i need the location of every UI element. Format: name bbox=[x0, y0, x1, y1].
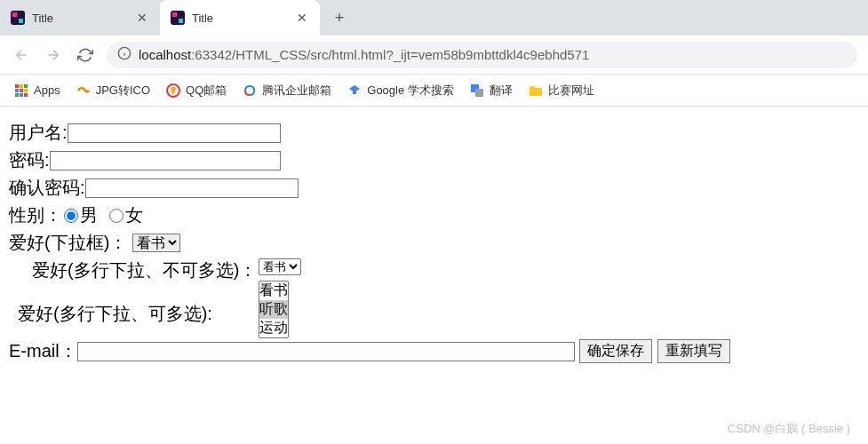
svg-rect-17 bbox=[24, 93, 28, 97]
bookmark-jpg[interactable]: JPG转ICO bbox=[76, 83, 150, 99]
svg-rect-12 bbox=[15, 89, 19, 92]
bookmark-qq[interactable]: QQ邮箱 bbox=[166, 83, 227, 99]
tab-favicon-1 bbox=[11, 11, 25, 25]
back-button[interactable] bbox=[11, 44, 32, 66]
url-box[interactable]: localhost:63342/HTML_CSS/src/html.html?_… bbox=[107, 42, 857, 68]
hobby-multi-nosel-label: 爱好(多行下拉、不可多选)： bbox=[32, 260, 257, 280]
bookmarks-bar: Apps JPG转ICO QQ邮箱 腾讯企业邮箱 Google 学术搜索 翻译 … bbox=[0, 75, 868, 107]
bookmark-translate[interactable]: 翻译 bbox=[470, 83, 513, 99]
hobby-select-label: 爱好(下拉框)： bbox=[9, 231, 127, 255]
bookmark-tencent[interactable]: 腾讯企业邮箱 bbox=[243, 83, 331, 99]
svg-rect-11 bbox=[24, 84, 28, 88]
address-bar: localhost:63342/HTML_CSS/src/html.html?_… bbox=[0, 36, 868, 75]
new-tab-button[interactable]: + bbox=[327, 5, 352, 30]
confirm-label: 确认密码: bbox=[9, 176, 85, 200]
hobby-multi-select[interactable]: 看书 听歌 运动 bbox=[259, 281, 289, 338]
apps-icon bbox=[14, 83, 28, 98]
email-input[interactable] bbox=[77, 342, 575, 361]
svg-rect-13 bbox=[20, 89, 23, 92]
confirm-password-input[interactable] bbox=[85, 178, 299, 198]
tencent-icon bbox=[243, 83, 257, 98]
gender-female-text: 女 bbox=[125, 203, 143, 227]
bookmark-contest[interactable]: 比赛网址 bbox=[529, 83, 594, 99]
username-label: 用户名: bbox=[9, 121, 68, 145]
username-input[interactable] bbox=[68, 123, 281, 143]
gender-male-radio[interactable] bbox=[64, 209, 78, 223]
submit-button[interactable]: 确定保存 bbox=[579, 339, 652, 363]
hobby-select[interactable]: 看书 bbox=[132, 234, 180, 252]
svg-rect-5 bbox=[179, 19, 183, 23]
email-label: E-mail： bbox=[9, 339, 77, 363]
browser-tab-2[interactable]: Title ✕ bbox=[160, 0, 320, 36]
translate-icon bbox=[470, 83, 484, 98]
svg-rect-10 bbox=[20, 84, 23, 88]
close-icon[interactable]: ✕ bbox=[135, 11, 149, 25]
svg-rect-1 bbox=[12, 12, 17, 17]
browser-tab-bar: Title ✕ Title ✕ + bbox=[0, 0, 868, 36]
reset-button[interactable]: 重新填写 bbox=[657, 339, 730, 363]
svg-rect-19 bbox=[353, 91, 356, 94]
gender-male-text: 男 bbox=[80, 203, 98, 227]
option-read[interactable]: 看书 bbox=[259, 281, 288, 300]
svg-rect-4 bbox=[172, 12, 177, 17]
svg-rect-14 bbox=[24, 89, 28, 92]
close-icon[interactable]: ✕ bbox=[295, 11, 309, 25]
info-icon bbox=[117, 46, 131, 64]
svg-rect-2 bbox=[19, 19, 23, 23]
browser-tab-1[interactable]: Title ✕ bbox=[0, 0, 160, 36]
gender-label: 性别： bbox=[9, 203, 62, 227]
qq-icon bbox=[166, 83, 180, 98]
reload-button[interactable] bbox=[75, 44, 96, 66]
svg-rect-16 bbox=[20, 93, 23, 97]
jpg-icon bbox=[76, 83, 91, 98]
tab-favicon-2 bbox=[171, 11, 185, 25]
svg-rect-9 bbox=[15, 84, 19, 88]
url-text: localhost:63342/HTML_CSS/src/html.html?_… bbox=[139, 47, 589, 62]
password-label: 密码: bbox=[9, 148, 50, 172]
option-listen[interactable]: 听歌 bbox=[259, 300, 288, 319]
forward-button[interactable] bbox=[43, 44, 64, 66]
hobby-select-2[interactable]: 看书 bbox=[259, 258, 301, 275]
password-input[interactable] bbox=[50, 151, 281, 170]
folder-icon bbox=[529, 83, 543, 98]
scholar-icon bbox=[347, 83, 362, 98]
svg-rect-21 bbox=[475, 89, 483, 97]
tab-title-1: Title bbox=[32, 12, 128, 25]
gender-female-radio[interactable] bbox=[109, 209, 123, 223]
bookmark-apps[interactable]: Apps bbox=[14, 83, 60, 98]
option-sport[interactable]: 运动 bbox=[259, 319, 288, 337]
svg-rect-15 bbox=[15, 93, 19, 97]
bookmark-google[interactable]: Google 学术搜索 bbox=[347, 83, 454, 99]
page-content: 用户名: 密码: 确认密码: 性别： 男 女 爱好(下拉框)： 看书 爱好(多行… bbox=[0, 107, 868, 381]
tab-title-2: Title bbox=[192, 12, 288, 25]
hobby-multi-sel-label: 爱好(多行下拉、可多选): bbox=[18, 304, 212, 323]
